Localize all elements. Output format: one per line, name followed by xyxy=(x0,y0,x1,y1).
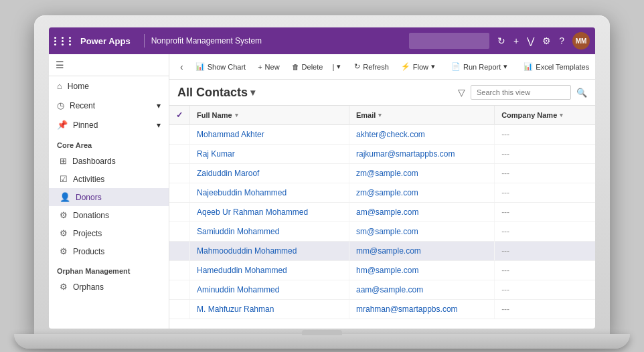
row-check-cell[interactable] xyxy=(169,145,190,164)
delete-label: Delete xyxy=(302,63,323,71)
delete-button[interactable]: 🗑 Delete xyxy=(287,60,329,74)
table-row[interactable]: Samiuddin Mohammed sm@sample.com --- xyxy=(169,222,595,242)
table-row[interactable]: M. Mahfuzur Rahman mrahman@smartappbs.co… xyxy=(169,300,595,319)
delete-dropdown-button[interactable]: | ▾ xyxy=(329,60,343,74)
contacts-table: ✓ Full Name ▾ xyxy=(169,106,595,319)
row-check-cell[interactable] xyxy=(169,261,190,280)
delete-dropdown-icon: | xyxy=(332,63,334,71)
main-content: ‹ 📊 Show Chart + New 🗑 Delete xyxy=(169,54,595,329)
th-full-name[interactable]: Full Name ▾ xyxy=(190,106,349,125)
header-filter-icon[interactable]: ▽ xyxy=(458,87,465,98)
sidebar-item-donors[interactable]: 👤 Donors xyxy=(49,188,169,206)
global-search[interactable] xyxy=(409,33,489,49)
add-icon[interactable]: + xyxy=(513,35,519,46)
contact-link[interactable]: Hameduddin Mohammed xyxy=(197,266,287,275)
row-fullname-cell[interactable]: Mohammad Akhter xyxy=(190,125,349,145)
row-check-cell[interactable] xyxy=(169,242,190,261)
row-company-cell: --- xyxy=(495,145,595,164)
row-fullname-cell[interactable]: Mahmooduddin Mohammed xyxy=(190,242,349,261)
row-fullname-cell[interactable]: Raj Kumar xyxy=(190,145,349,164)
filter-icon[interactable]: ⋁ xyxy=(527,35,534,46)
run-report-icon: 📄 xyxy=(451,62,461,71)
row-company-cell: --- xyxy=(495,203,595,222)
settings-icon[interactable]: ⚙ xyxy=(542,35,551,46)
new-button[interactable]: + New xyxy=(252,60,285,74)
row-fullname-cell[interactable]: Aminuddin Mohammed xyxy=(190,280,349,300)
row-fullname-cell[interactable]: Hameduddin Mohammed xyxy=(190,261,349,280)
refresh-icon[interactable]: ↻ xyxy=(497,35,505,46)
table-row[interactable]: Najeebuddin Mohammed zm@sample.com --- xyxy=(169,183,595,203)
contact-link[interactable]: Zaiduddin Maroof xyxy=(197,169,259,178)
contact-link[interactable]: Samiuddin Mohammed xyxy=(197,227,279,236)
row-email-cell: am@sample.com xyxy=(349,203,494,222)
row-fullname-cell[interactable]: Samiuddin Mohammed xyxy=(190,222,349,242)
table-row[interactable]: Mohammad Akhter akhter@check.com --- xyxy=(169,125,595,145)
sidebar-item-activities[interactable]: ☑ Activities xyxy=(49,170,169,188)
table-row[interactable]: Aminuddin Mohammed aam@sample.com --- xyxy=(169,280,595,300)
view-title-arrow[interactable]: ▾ xyxy=(250,87,255,98)
row-email-cell: aam@sample.com xyxy=(349,280,494,300)
search-view-button[interactable]: 🔍 xyxy=(576,88,587,98)
row-fullname-cell[interactable]: M. Mahfuzur Rahman xyxy=(190,300,349,319)
sidebar-products-label: Products xyxy=(73,247,104,256)
col-company-sort[interactable]: ▾ xyxy=(560,112,563,118)
table-row[interactable]: Raj Kumar rajkumar@smartappbs.com --- xyxy=(169,145,595,164)
row-check-cell[interactable] xyxy=(169,183,190,203)
app-title: Nonprofit Management System xyxy=(151,36,409,46)
refresh-button[interactable]: ↻ Refresh xyxy=(349,60,394,74)
sidebar-item-recent[interactable]: ◷ Recent ▾ xyxy=(49,96,169,115)
run-report-button[interactable]: 📄 Run Report ▾ xyxy=(446,60,513,74)
contact-link[interactable]: Raj Kumar xyxy=(197,149,235,159)
sidebar-item-dashboards[interactable]: ⊞ Dashboards xyxy=(49,152,169,170)
contact-link[interactable]: Aminuddin Mohammed xyxy=(197,285,279,294)
sidebar-item-pinned[interactable]: 📌 Pinned ▾ xyxy=(49,115,169,135)
sidebar-item-projects[interactable]: ⚙ Projects xyxy=(49,224,169,242)
row-email-cell: zm@sample.com xyxy=(349,183,494,203)
table-row[interactable]: Mahmooduddin Mohammed mm@sample.com --- xyxy=(169,242,595,261)
excel-templates-button[interactable]: 📊 Excel Templates xyxy=(518,60,594,74)
col-full-name-sort[interactable]: ▾ xyxy=(235,112,238,118)
sidebar-item-orphans[interactable]: ⚙ Orphans xyxy=(49,278,169,296)
waffle-icon[interactable] xyxy=(54,37,75,46)
row-check-cell[interactable] xyxy=(169,222,190,242)
sidebar-donors-label: Donors xyxy=(76,193,102,202)
row-fullname-cell[interactable]: Najeebuddin Mohammed xyxy=(190,183,349,203)
row-check-cell[interactable] xyxy=(169,300,190,319)
row-check-cell[interactable] xyxy=(169,203,190,222)
row-fullname-cell[interactable]: Aqeeb Ur Rahman Mohammed xyxy=(190,203,349,222)
refresh-icon-tb: ↻ xyxy=(354,62,360,71)
row-company-cell: --- xyxy=(495,164,595,183)
sidebar-item-donations[interactable]: ⚙ Donations xyxy=(49,206,169,224)
row-fullname-cell[interactable]: Zaiduddin Maroof xyxy=(190,164,349,183)
contact-link[interactable]: Aqeeb Ur Rahman Mohammed xyxy=(197,207,308,217)
contact-link[interactable]: Mohammad Akhter xyxy=(197,130,264,139)
help-icon[interactable]: ? xyxy=(559,35,564,46)
brand-logo: Power Apps xyxy=(80,36,131,46)
products-icon: ⚙ xyxy=(60,246,68,256)
row-check-cell[interactable] xyxy=(169,125,190,145)
table-row[interactable]: Zaiduddin Maroof zm@sample.com --- xyxy=(169,164,595,183)
sidebar-item-home[interactable]: ⌂ Home xyxy=(49,76,169,96)
contact-link[interactable]: Mahmooduddin Mohammed xyxy=(197,246,297,256)
donors-icon: 👤 xyxy=(60,192,70,202)
sidebar-item-products[interactable]: ⚙ Products xyxy=(49,242,169,260)
col-email-sort[interactable]: ▾ xyxy=(378,112,382,118)
row-company-cell: --- xyxy=(495,222,595,242)
donations-icon: ⚙ xyxy=(60,210,68,220)
contact-link[interactable]: Najeebuddin Mohammed xyxy=(197,188,287,197)
th-email[interactable]: Email ▾ xyxy=(349,106,494,125)
search-view-input[interactable] xyxy=(471,85,571,100)
row-check-cell[interactable] xyxy=(169,164,190,183)
show-chart-button[interactable]: 📊 Show Chart xyxy=(190,60,251,74)
back-button[interactable]: ‹ xyxy=(175,59,189,75)
table-row[interactable]: Aqeeb Ur Rahman Mohammed am@sample.com -… xyxy=(169,203,595,222)
header-check-icon[interactable]: ✓ xyxy=(176,110,183,120)
contact-link[interactable]: M. Mahfuzur Rahman xyxy=(197,304,274,314)
th-company[interactable]: Company Name ▾ xyxy=(495,106,595,125)
avatar[interactable]: MM xyxy=(572,32,590,50)
hamburger-icon[interactable]: ☰ xyxy=(56,60,64,70)
row-check-cell[interactable] xyxy=(169,280,190,300)
table-row[interactable]: Hameduddin Mohammed hm@sample.com --- xyxy=(169,261,595,280)
new-label: New xyxy=(265,63,280,71)
flow-button[interactable]: ⚡ Flow ▾ xyxy=(396,60,440,74)
